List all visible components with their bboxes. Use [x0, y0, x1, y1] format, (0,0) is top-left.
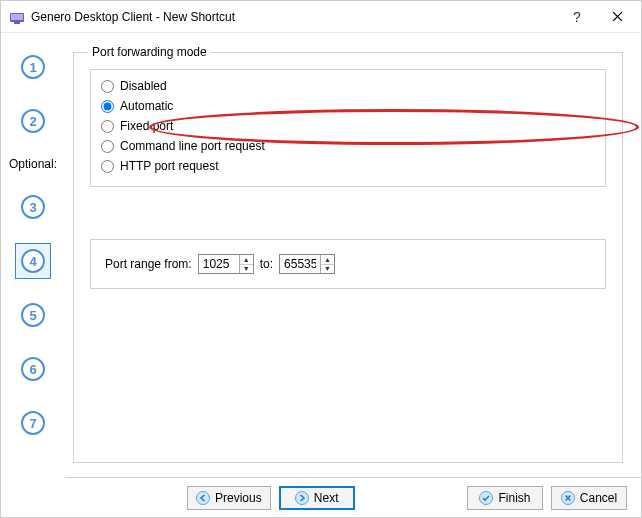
group-legend: Port forwarding mode: [88, 45, 211, 59]
step-1[interactable]: 1: [15, 49, 51, 85]
previous-button[interactable]: Previous: [187, 486, 271, 510]
radio-http-input[interactable]: [101, 160, 114, 173]
radio-disabled-input[interactable]: [101, 80, 114, 93]
wizard-footer: Previous Next Finish Cancel: [65, 477, 641, 517]
next-button[interactable]: Next: [279, 486, 355, 510]
radio-fixed[interactable]: Fixed port: [101, 116, 595, 136]
window-title: Genero Desktop Client - New Shortcut: [31, 10, 557, 24]
optional-label: Optional:: [9, 157, 57, 171]
spinner-arrows[interactable]: ▲▼: [320, 255, 334, 273]
radio-automatic-label: Automatic: [120, 99, 173, 113]
titlebar: Genero Desktop Client - New Shortcut ?: [1, 1, 641, 33]
cancel-button[interactable]: Cancel: [551, 486, 627, 510]
close-button[interactable]: [597, 2, 637, 32]
mode-radio-group: Disabled Automatic Fixed port Command li…: [90, 69, 606, 187]
step-7[interactable]: 7: [15, 405, 51, 441]
spinner-arrows[interactable]: ▲▼: [239, 255, 253, 273]
arrow-right-icon: [295, 491, 309, 505]
arrow-left-icon: [196, 491, 210, 505]
step-2[interactable]: 2: [15, 103, 51, 139]
radio-http-label: HTTP port request: [120, 159, 218, 173]
next-label: Next: [314, 491, 339, 505]
radio-automatic[interactable]: Automatic: [101, 96, 595, 116]
radio-cmdline-input[interactable]: [101, 140, 114, 153]
svg-rect-2: [14, 22, 20, 24]
range-from-label: Port range from:: [105, 257, 192, 271]
step-3[interactable]: 3: [15, 189, 51, 225]
radio-automatic-input[interactable]: [101, 100, 114, 113]
range-to-spinner[interactable]: ▲▼: [279, 254, 335, 274]
radio-http[interactable]: HTTP port request: [101, 156, 595, 176]
radio-disabled[interactable]: Disabled: [101, 76, 595, 96]
content-area: Port forwarding mode Disabled Automatic …: [65, 33, 641, 477]
wizard-sidebar: 1 2 Optional: 3 4 5 6 7: [1, 33, 65, 477]
cancel-label: Cancel: [580, 491, 617, 505]
check-icon: [479, 491, 493, 505]
finish-button[interactable]: Finish: [467, 486, 543, 510]
range-to-label: to:: [260, 257, 273, 271]
svg-point-3: [197, 491, 210, 504]
step-4[interactable]: 4: [15, 243, 51, 279]
radio-fixed-label: Fixed port: [120, 119, 173, 133]
help-button[interactable]: ?: [557, 2, 597, 32]
finish-label: Finish: [498, 491, 530, 505]
port-range-group: Port range from: ▲▼ to: ▲▼: [90, 239, 606, 289]
step-6[interactable]: 6: [15, 351, 51, 387]
range-from-input[interactable]: [199, 255, 239, 273]
range-to-input[interactable]: [280, 255, 320, 273]
radio-cmdline[interactable]: Command line port request: [101, 136, 595, 156]
port-forwarding-group: Port forwarding mode Disabled Automatic …: [73, 45, 623, 463]
previous-label: Previous: [215, 491, 262, 505]
svg-point-4: [295, 491, 308, 504]
step-5[interactable]: 5: [15, 297, 51, 333]
radio-disabled-label: Disabled: [120, 79, 167, 93]
cancel-icon: [561, 491, 575, 505]
radio-cmdline-label: Command line port request: [120, 139, 265, 153]
radio-fixed-input[interactable]: [101, 120, 114, 133]
range-from-spinner[interactable]: ▲▼: [198, 254, 254, 274]
app-icon: [9, 9, 25, 25]
svg-rect-1: [11, 14, 23, 20]
